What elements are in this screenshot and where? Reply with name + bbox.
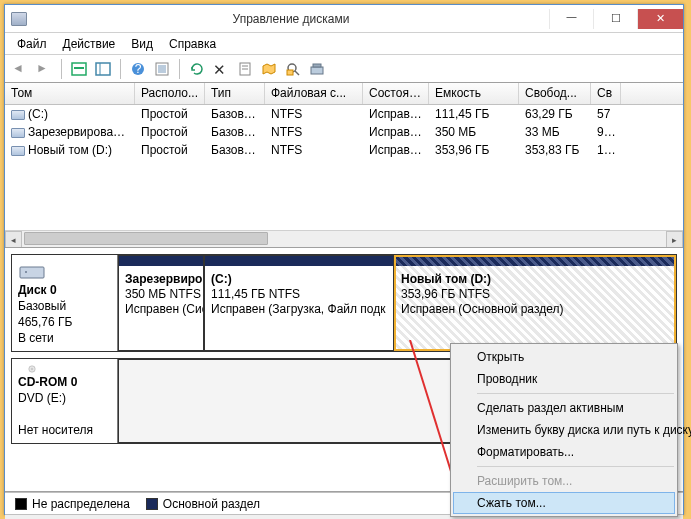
col-percent[interactable]: Св	[591, 83, 621, 104]
horizontal-scrollbar[interactable]: ◂ ▸	[5, 230, 683, 247]
swatch-primary	[146, 498, 158, 510]
table-row[interactable]: Зарезервировано...ПростойБазовыйNTFSИспр…	[5, 123, 683, 141]
disk-0-type: Базовый	[18, 299, 111, 313]
svg-rect-15	[313, 64, 321, 67]
svg-rect-2	[96, 63, 110, 75]
scroll-left-button[interactable]: ◂	[5, 231, 22, 248]
disk-0-row[interactable]: Диск 0 Базовый 465,76 ГБ В сети Зарезерв…	[11, 254, 677, 352]
swatch-unallocated	[15, 498, 27, 510]
volume-icon	[11, 146, 25, 156]
cm-extend: Расширить том...	[453, 470, 675, 492]
refresh-button[interactable]	[186, 58, 208, 80]
col-filesystem[interactable]: Файловая с...	[265, 83, 363, 104]
toolbar-btn-5[interactable]	[282, 58, 304, 80]
toolbar: ◄ ► ? ✕	[5, 55, 683, 83]
cdrom-name: CD-ROM 0	[18, 375, 111, 389]
back-button[interactable]: ◄	[9, 58, 31, 80]
minimize-button[interactable]	[549, 9, 593, 29]
cdrom-sub: DVD (E:)	[18, 391, 111, 405]
table-row[interactable]: Новый том (D:)ПростойБазовыйNTFSИсправен…	[5, 141, 683, 159]
col-type[interactable]: Тип	[205, 83, 265, 104]
menubar: Файл Действие Вид Справка	[5, 33, 683, 55]
delete-button[interactable]: ✕	[210, 58, 232, 80]
cm-format[interactable]: Форматировать...	[453, 441, 675, 463]
legend-primary: Основной раздел	[163, 497, 260, 511]
col-volume[interactable]: Том	[5, 83, 135, 104]
volume-icon	[11, 110, 25, 120]
cm-explorer[interactable]: Проводник	[453, 368, 675, 390]
help-button[interactable]: ?	[127, 58, 149, 80]
col-freespace[interactable]: Свобод...	[519, 83, 591, 104]
disk-0-size: 465,76 ГБ	[18, 315, 111, 329]
cdrom-label[interactable]: CD-ROM 0 DVD (E:) Нет носителя	[12, 359, 118, 443]
toolbar-btn-1[interactable]	[68, 58, 90, 80]
svg-rect-13	[287, 70, 293, 75]
svg-rect-14	[311, 67, 323, 74]
toolbar-btn-3[interactable]	[151, 58, 173, 80]
legend-unallocated: Не распределена	[32, 497, 130, 511]
close-button[interactable]	[637, 9, 683, 29]
svg-text:?: ?	[135, 62, 142, 76]
svg-rect-7	[158, 65, 166, 73]
cm-change-letter[interactable]: Изменить букву диска или путь к диску...	[453, 419, 675, 441]
svg-line-12	[295, 71, 299, 75]
toolbar-btn-2[interactable]	[92, 58, 114, 80]
cm-make-active[interactable]: Сделать раздел активным	[453, 397, 675, 419]
cdrom-empty: Нет носителя	[18, 423, 111, 437]
volume-table[interactable]: Том Располо... Тип Файловая с... Состоян…	[5, 83, 683, 248]
disk-0-name: Диск 0	[18, 283, 111, 297]
col-layout[interactable]: Располо...	[135, 83, 205, 104]
svg-rect-16	[20, 267, 44, 278]
table-row[interactable]: (C:)ПростойБазовыйNTFSИсправен...111,45 …	[5, 105, 683, 123]
scroll-right-button[interactable]: ▸	[666, 231, 683, 248]
menu-file[interactable]: Файл	[9, 35, 55, 53]
volume-icon	[11, 128, 25, 138]
cm-shrink[interactable]: Сжать том...	[453, 492, 675, 514]
menu-help[interactable]: Справка	[161, 35, 224, 53]
properties-button[interactable]	[234, 58, 256, 80]
window-title: Управление дисками	[33, 12, 549, 26]
forward-button[interactable]: ►	[33, 58, 55, 80]
partition-d[interactable]: Новый том (D:) 353,96 ГБ NTFS Исправен (…	[394, 255, 676, 351]
svg-rect-1	[74, 67, 84, 69]
toolbar-btn-4[interactable]	[258, 58, 280, 80]
maximize-button[interactable]	[593, 9, 637, 29]
cdrom-icon	[18, 365, 46, 373]
col-status[interactable]: Состояние	[363, 83, 429, 104]
titlebar[interactable]: Управление дисками	[5, 5, 683, 33]
toolbar-btn-6[interactable]	[306, 58, 328, 80]
disk-icon	[18, 261, 46, 281]
col-capacity[interactable]: Емкость	[429, 83, 519, 104]
disk-0-label[interactable]: Диск 0 Базовый 465,76 ГБ В сети	[12, 255, 118, 351]
cm-open[interactable]: Открыть	[453, 346, 675, 368]
disk-0-online: В сети	[18, 331, 111, 345]
context-menu: Открыть Проводник Сделать раздел активны…	[450, 343, 678, 517]
svg-point-19	[31, 368, 33, 370]
menu-view[interactable]: Вид	[123, 35, 161, 53]
scroll-thumb[interactable]	[24, 232, 268, 245]
svg-point-17	[25, 271, 27, 273]
partition-c[interactable]: (C:) 111,45 ГБ NTFS Исправен (Загрузка, …	[204, 255, 394, 351]
app-icon	[11, 12, 27, 26]
partition-reserved[interactable]: Зарезервиров 350 МБ NTFS Исправен (Сис	[118, 255, 204, 351]
menu-action[interactable]: Действие	[55, 35, 124, 53]
